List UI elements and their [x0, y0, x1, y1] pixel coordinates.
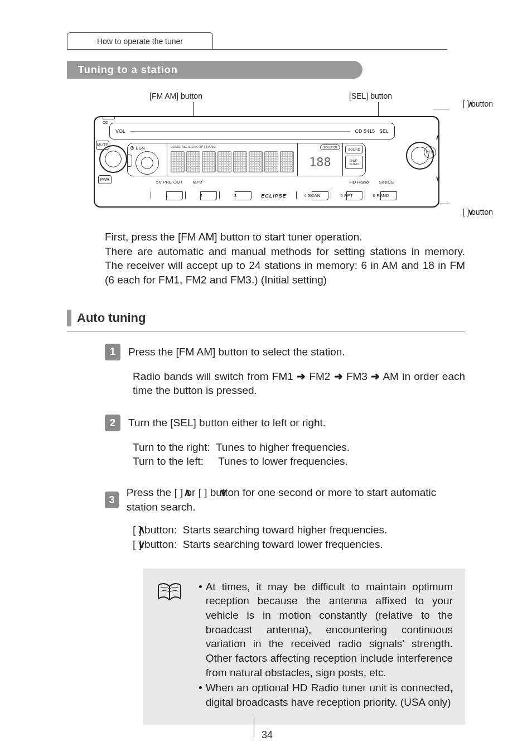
preset-2[interactable]: 2: [185, 191, 217, 200]
subsection-header: Auto tuning: [67, 310, 465, 326]
caret-down-icon: ∨: [138, 537, 146, 552]
step-1-body: Radio bands will switch from FM1 ➜ FM2 ➜…: [133, 369, 465, 398]
book-icon: [157, 582, 182, 602]
tune-down-icon[interactable]: ∨: [436, 174, 441, 183]
intro-line1: First, press the [FM AM] button to start…: [105, 230, 465, 244]
note-bullet-1: • At times, it may be difficult to maint…: [199, 580, 453, 680]
preset-5[interactable]: 5 RPT: [331, 191, 363, 200]
sel-knob[interactable]: ∧ RTN ∨: [403, 136, 435, 180]
text-slots: [171, 151, 294, 172]
model-label: CD 5415: [355, 128, 375, 134]
mute-button[interactable]: MUTE: [96, 141, 109, 153]
caret-up-icon: ∧: [183, 485, 191, 500]
preset-1[interactable]: 1: [151, 191, 183, 200]
source-badge: SOURCE: [320, 145, 340, 150]
tune-up-icon[interactable]: ∧: [436, 133, 441, 142]
indicator-tags: LOUD. ALL SCAN RPT RAND.: [171, 145, 216, 149]
hd-label: HD Radio: [350, 180, 369, 186]
caret-up-icon: ∧: [468, 99, 473, 109]
arrow-icon: ➜: [297, 370, 306, 382]
step-2: 2 Turn the [SEL] button either to left o…: [105, 415, 465, 469]
note-bullet-2: • When an optional HD Radio tuner unit i…: [199, 681, 453, 709]
frequency-digits: 188: [301, 152, 339, 172]
step-3-number: 3: [105, 492, 119, 508]
subsection-tick-icon: [67, 310, 71, 326]
fm-am-button[interactable]: FM AM: [127, 155, 132, 167]
page-number: 34: [262, 728, 273, 741]
step-3-title: Press the [ ] or [ ] button for one seco…: [127, 485, 465, 514]
display-module: ⦿ ESN FM AM LOUD. ALL SCAN RPT RAND. SOU…: [127, 143, 366, 176]
subsection-title: Auto tuning: [77, 310, 146, 326]
sound-button[interactable]: SOUND: [345, 146, 363, 153]
bullet-icon: •: [199, 681, 202, 709]
callout-fmam: [FM AM] button: [149, 91, 202, 102]
disp-func-button[interactable]: DISP FUNC: [345, 156, 363, 169]
rtn-button[interactable]: RTN: [424, 146, 436, 158]
callout-tune-up: [ ] button ∧: [463, 99, 493, 109]
step-3: 3 Press the [ ] or [ ] button for one se…: [105, 485, 465, 552]
top-strip: VOL CD 5415 SEL: [109, 123, 395, 139]
preset-6[interactable]: 6 RAND: [365, 191, 397, 200]
disc-wheel-icon: [136, 151, 159, 175]
note-box: • At times, it may be difficult to maint…: [143, 569, 465, 725]
intro-text: First, press the [FM AM] button to start…: [105, 230, 465, 287]
arrow-icon: ➜: [371, 370, 380, 382]
preset-row: 1 2 3 ECLIPSE 4 SCAN 5 RPT 6 RAND: [151, 191, 397, 201]
callout-tune-down: [ ] button ∨: [463, 207, 493, 218]
preout-label: 5V PRE OUT: [156, 180, 183, 186]
step-2-number: 2: [105, 415, 120, 431]
step-1-number: 1: [105, 344, 120, 360]
caret-down-icon: ∨: [468, 207, 473, 218]
power-button[interactable]: PWR: [98, 175, 112, 187]
disc-logo: ⦿ ESN: [130, 146, 145, 152]
arrow-icon: ➜: [334, 370, 343, 382]
bullet-icon: •: [199, 580, 202, 680]
section-title-pill: Tuning to a station: [67, 61, 362, 79]
vol-label: VOL: [115, 128, 125, 134]
callout-sel: [SEL] button: [349, 91, 392, 102]
mp3-label: MP3: [193, 180, 202, 186]
sel-label: SEL: [379, 128, 389, 134]
caret-up-icon: ∧: [138, 523, 146, 537]
section-title: Tuning to a station: [78, 63, 178, 76]
device-illustration: [FM AM] button [SEL] button [ ] button ∧…: [94, 93, 439, 219]
brand-logo: ECLIPSE: [254, 192, 294, 199]
intro-line2: There are automatic and manual methods f…: [105, 244, 465, 287]
preset-3[interactable]: 3: [219, 191, 252, 200]
sirius-label: SIRIUS: [379, 180, 394, 186]
header-rule: [67, 49, 447, 50]
step-1: 1 Press the [FM AM] button to select the…: [105, 344, 465, 398]
subsection-rule: [67, 331, 465, 331]
step-1-title: Press the [FM AM] button to select the s…: [128, 345, 345, 359]
chapter-tab: How to operate the tuner: [67, 32, 213, 50]
caret-down-icon: ∨: [220, 485, 228, 500]
step-3-body: [ ] button: Starts searching toward high…: [133, 523, 465, 551]
step-2-title: Turn the [SEL] button either to left or …: [128, 416, 326, 430]
step-2-body: Turn to the right: Tunes to higher frequ…: [133, 440, 465, 469]
brand-row: 5V PRE OUT MP3 HD Radio SIRIUS: [156, 177, 394, 187]
preset-4[interactable]: 4 SCAN: [296, 191, 328, 200]
chapter-tab-label: How to operate the tuner: [97, 36, 183, 47]
